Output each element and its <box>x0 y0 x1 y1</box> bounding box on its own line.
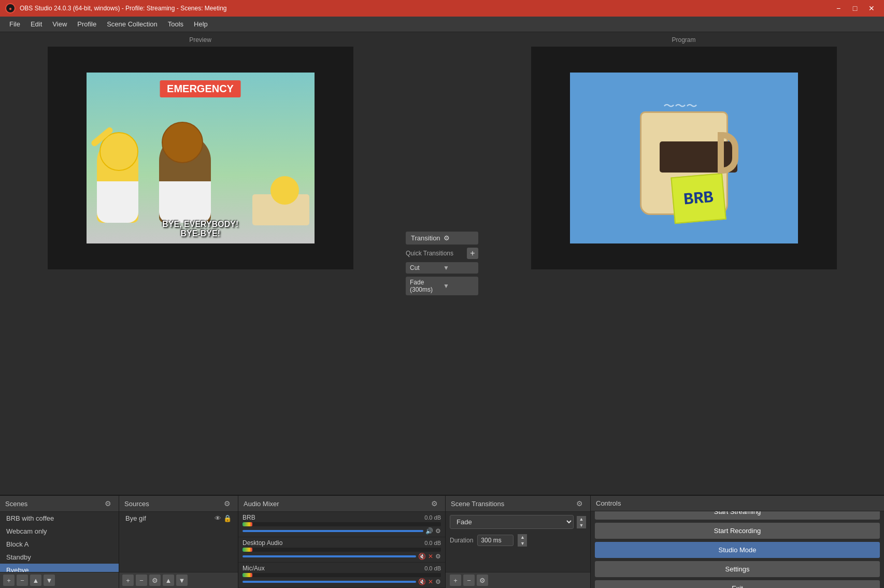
sources-remove-button[interactable]: − <box>136 575 147 586</box>
audio-track-desktop: Desktop Audio 0.0 dB 🔇 ✕ ⚙ <box>238 537 445 563</box>
spin-up-button[interactable]: ▲ <box>577 516 586 522</box>
brb-speaker-icon[interactable]: 🔊 <box>425 527 433 535</box>
duration-row: Duration ▲ ▼ <box>446 532 590 549</box>
quick-transitions-label: Quick Transitions <box>406 250 464 257</box>
minimize-button[interactable]: − <box>831 3 846 14</box>
program-canvas: 〜〜〜 BRB <box>531 47 837 269</box>
transition-header[interactable]: Transition ⚙ <box>406 232 478 245</box>
scene-transitions-title: Scene Transitions <box>451 500 504 508</box>
scene-item-block-a[interactable]: Block A <box>0 538 119 551</box>
preview-label: Preview <box>189 36 211 44</box>
transitions-remove-button[interactable]: − <box>463 575 475 586</box>
add-quick-transition-button[interactable]: + <box>467 248 478 259</box>
scene-transitions-config-button[interactable]: ⚙ <box>574 498 585 509</box>
transition-type-select[interactable]: Fade <box>450 515 574 529</box>
source-eye-icon[interactable]: 👁 <box>215 514 221 522</box>
maximize-button[interactable]: □ <box>848 3 862 14</box>
audio-track-brb: BRB 0.0 dB 🔊 ⚙ <box>238 512 445 537</box>
menu-scene-collection[interactable]: Scene Collection <box>102 18 163 30</box>
sources-properties-button[interactable]: ⚙ <box>149 575 161 586</box>
controls-panel: Controls Start Streaming Start Recording… <box>591 496 884 588</box>
studio-mode-button[interactable]: Studio Mode <box>595 542 880 558</box>
mic-volume-slider[interactable] <box>243 581 416 583</box>
sources-list: Bye gif 👁 🔒 <box>119 512 238 572</box>
audio-meter-mic-fill <box>243 573 252 577</box>
bottom-area: Scenes ⚙ BRB with coffee Webcam only Blo… <box>0 495 884 588</box>
mic-mute-x-icon[interactable]: ✕ <box>428 578 433 585</box>
menu-edit[interactable]: Edit <box>25 18 47 30</box>
mug-container: 〜〜〜 BRB <box>627 91 741 225</box>
exit-button[interactable]: Exit <box>595 580 880 589</box>
audio-mixer-header: Audio Mixer ⚙ <box>238 496 445 512</box>
audio-mixer-config-button[interactable]: ⚙ <box>429 498 440 509</box>
scenes-move-up-button[interactable]: ▲ <box>30 575 41 586</box>
simpsons-scene: EMERGENCY BYE, EVER <box>87 73 315 243</box>
desktop-gear-icon[interactable]: ⚙ <box>435 553 441 560</box>
duration-label: Duration <box>450 537 473 544</box>
audio-track-brb-db: 0.0 dB <box>424 514 441 521</box>
cut-transition[interactable]: Cut ▼ <box>406 262 478 274</box>
scenes-move-down-button[interactable]: ▼ <box>44 575 55 586</box>
scene-item-webcam[interactable]: Webcam only <box>0 525 119 538</box>
preview-panel: Preview EMERGENCY <box>0 32 401 495</box>
scenes-add-button[interactable]: + <box>3 575 15 586</box>
obs-icon: ● <box>5 3 16 13</box>
scene-item-brb[interactable]: BRB with coffee <box>0 512 119 525</box>
audio-volume-desktop: 🔇 ✕ ⚙ <box>243 553 441 560</box>
character-2-head <box>162 122 203 163</box>
menu-profile[interactable]: Profile <box>72 18 102 30</box>
scenes-remove-button[interactable]: − <box>17 575 28 586</box>
duration-up-button[interactable]: ▲ <box>518 534 527 540</box>
audio-track-mic-db: 0.0 dB <box>424 565 441 571</box>
brb-volume-slider[interactable] <box>243 530 423 532</box>
brb-scene: 〜〜〜 BRB <box>570 73 798 243</box>
start-recording-button[interactable]: Start Recording <box>595 523 880 539</box>
menu-view[interactable]: View <box>47 18 72 30</box>
fade-chevron-icon: ▼ <box>443 282 474 290</box>
audio-tracks: BRB 0.0 dB 🔊 ⚙ Desktop Audio <box>238 512 445 588</box>
menubar: File Edit View Profile Scene Collection … <box>0 17 884 32</box>
brb-gear-icon[interactable]: ⚙ <box>435 527 441 535</box>
spin-down-button[interactable]: ▼ <box>577 522 586 528</box>
menu-file[interactable]: File <box>4 18 25 30</box>
program-image: 〜〜〜 BRB <box>570 73 798 243</box>
caption: BYE, EVERYBODY! BYE-BYE! <box>162 220 238 238</box>
desktop-volume-slider[interactable] <box>243 555 416 557</box>
desktop-mute-x-icon[interactable]: ✕ <box>428 553 433 560</box>
duration-down-button[interactable]: ▼ <box>518 540 527 547</box>
transition-gear-icon[interactable]: ⚙ <box>444 234 473 242</box>
settings-button[interactable]: Settings <box>595 561 880 577</box>
menu-tools[interactable]: Tools <box>163 18 189 30</box>
scenes-config-button[interactable]: ⚙ <box>103 498 113 509</box>
transitions-add-button[interactable]: + <box>450 575 461 586</box>
titlebar: ● OBS Studio 24.0.3 (64-bit, windows) - … <box>0 0 884 17</box>
main-area: Preview EMERGENCY <box>0 32 884 495</box>
fade-transition[interactable]: Fade (300ms) ▼ <box>406 277 478 295</box>
transitions-settings-button[interactable]: ⚙ <box>477 575 488 586</box>
brb-note: BRB <box>671 173 726 224</box>
transition-select-row: Fade ▲ ▼ <box>446 512 590 532</box>
desktop-mute-icon[interactable]: 🔇 <box>418 553 426 560</box>
window-title: OBS Studio 24.0.3 (64-bit, windows) - Pr… <box>20 5 831 12</box>
sources-move-down-button[interactable]: ▼ <box>176 575 188 586</box>
sources-add-button[interactable]: + <box>122 575 134 586</box>
scene-item-standby[interactable]: Standby <box>0 551 119 564</box>
duration-input[interactable] <box>477 535 514 546</box>
scenes-panel: Scenes ⚙ BRB with coffee Webcam only Blo… <box>0 496 119 588</box>
window-controls: − □ ✕ <box>831 3 879 14</box>
program-label: Program <box>672 36 695 44</box>
source-lock-icon[interactable]: 🔒 <box>223 514 232 522</box>
source-item-bye-gif[interactable]: Bye gif 👁 🔒 <box>119 512 238 525</box>
mic-mute-icon[interactable]: 🔇 <box>418 578 426 585</box>
coat-2 <box>159 181 211 223</box>
transition-label: Transition <box>411 234 440 242</box>
sources-move-up-button[interactable]: ▲ <box>163 575 174 586</box>
menu-help[interactable]: Help <box>189 18 213 30</box>
close-button[interactable]: ✕ <box>864 3 879 14</box>
mic-gear-icon[interactable]: ⚙ <box>435 578 441 585</box>
sources-config-button[interactable]: ⚙ <box>222 498 233 509</box>
start-streaming-button[interactable]: Start Streaming <box>595 511 880 520</box>
emergency-sign: EMERGENCY <box>160 80 241 97</box>
scene-item-byebye[interactable]: Byebye <box>0 564 119 572</box>
controls-buttons: Start Streaming Start Recording Studio M… <box>591 511 884 588</box>
